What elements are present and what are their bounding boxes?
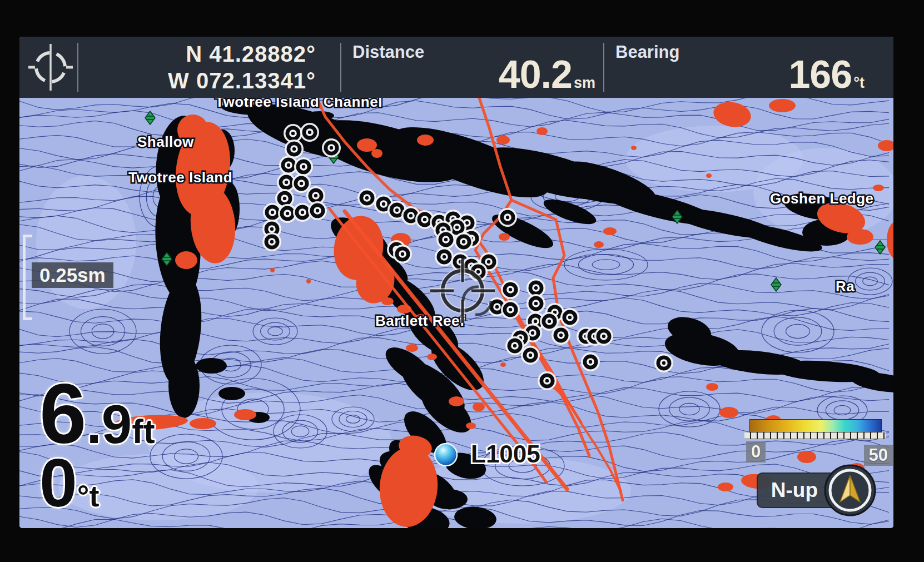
waypoint-dot bbox=[401, 252, 404, 256]
waypoint-dot bbox=[330, 146, 333, 150]
named-waypoint[interactable]: L1005 bbox=[435, 440, 540, 467]
waypoint-dot bbox=[292, 147, 296, 151]
waypoint-dot bbox=[559, 334, 563, 337]
waypoint-marker[interactable] bbox=[292, 174, 311, 193]
colorbar-ruler bbox=[744, 432, 886, 439]
waypoint-dot bbox=[285, 181, 288, 184]
waypoint-marker[interactable] bbox=[594, 327, 613, 346]
waypoint-dot bbox=[444, 238, 448, 241]
heading-readout: 0°t bbox=[39, 449, 155, 517]
waypoint-marker[interactable] bbox=[435, 247, 454, 266]
waypoint-dot bbox=[534, 302, 538, 305]
green-diamond-marker[interactable] bbox=[771, 278, 781, 291]
waypoint-marker[interactable] bbox=[357, 188, 376, 207]
compass-icon[interactable] bbox=[823, 464, 877, 517]
waypoint-dot bbox=[287, 163, 290, 167]
shoal-patch bbox=[371, 149, 382, 158]
waypoint-dot bbox=[423, 218, 426, 221]
colorbar-min-label: 0 bbox=[746, 441, 766, 462]
distance-cell: Distance 40.2sm bbox=[341, 37, 603, 98]
contour-ring bbox=[679, 403, 699, 415]
contour-ring bbox=[856, 272, 885, 290]
waypoint-dot bbox=[568, 316, 572, 319]
rock-area bbox=[218, 387, 245, 400]
heading-unit: °t bbox=[77, 479, 100, 513]
shoal-patch bbox=[417, 135, 434, 146]
shoal-patch bbox=[712, 99, 753, 130]
waypoint-marker[interactable] bbox=[322, 138, 341, 157]
distance-label: Distance bbox=[352, 42, 424, 62]
place-label: Shallow bbox=[137, 133, 194, 150]
waypoint-dot bbox=[662, 361, 665, 365]
chart-map[interactable]: Twotree Island ChannelShallowTwotree Isl… bbox=[19, 98, 893, 528]
waypoint-sphere-icon[interactable] bbox=[435, 444, 457, 466]
place-label: Bartlett Reef bbox=[375, 312, 465, 329]
waypoint-marker[interactable] bbox=[285, 140, 304, 158]
place-label: Twotree Island bbox=[128, 169, 232, 186]
waypoint-marker[interactable] bbox=[654, 354, 673, 372]
shallow-patch bbox=[36, 176, 136, 309]
waypoint-marker[interactable] bbox=[501, 280, 520, 299]
distance-value: 40.2 bbox=[499, 53, 572, 96]
waypoint-marker[interactable] bbox=[436, 230, 455, 249]
contour-ring bbox=[69, 309, 136, 354]
shoal-patch bbox=[847, 229, 873, 245]
shoal-patch bbox=[496, 136, 510, 145]
waypoint-dot bbox=[529, 354, 532, 357]
contour-ring bbox=[762, 310, 834, 352]
position-cell: N 41.28882° W 072.13341° bbox=[19, 37, 340, 98]
waypoint-dot bbox=[316, 209, 319, 212]
waypoint-dot bbox=[286, 212, 289, 215]
green-diamond-marker[interactable] bbox=[875, 241, 885, 254]
contour-ring bbox=[669, 397, 710, 421]
waypoint-marker[interactable] bbox=[294, 157, 313, 176]
waypoint-marker[interactable] bbox=[393, 245, 412, 263]
waypoint-dot bbox=[314, 194, 317, 197]
shoal-patch bbox=[500, 362, 506, 367]
diamond-shape bbox=[145, 111, 155, 125]
waypoint-marker[interactable] bbox=[498, 208, 517, 227]
waypoint-dot bbox=[395, 208, 399, 212]
shoal-patch bbox=[706, 173, 712, 178]
green-diamond-marker[interactable] bbox=[145, 111, 155, 125]
depth-colorbar: 0 50 bbox=[749, 419, 881, 439]
orientation-control[interactable]: N-up bbox=[757, 464, 877, 517]
shoal-patch bbox=[190, 418, 216, 429]
shoal-patch bbox=[499, 233, 510, 241]
shoal-patch bbox=[234, 409, 256, 420]
bearing-value: 166 bbox=[788, 53, 852, 96]
bearing-unit: °t bbox=[853, 74, 865, 91]
waypoint-marker[interactable] bbox=[300, 123, 319, 142]
waypoint-marker[interactable] bbox=[454, 232, 473, 251]
waypoint-dot bbox=[509, 288, 512, 291]
shoal-patch bbox=[175, 251, 197, 269]
depth-unit: ft bbox=[132, 412, 155, 450]
waypoint-marker[interactable] bbox=[501, 300, 520, 319]
shoal-patch bbox=[536, 127, 548, 135]
heading-value: 0 bbox=[39, 445, 77, 521]
shoal-patch bbox=[706, 383, 718, 391]
waypoint-marker[interactable] bbox=[521, 346, 540, 365]
contour-line bbox=[19, 98, 889, 112]
waypoint-marker[interactable] bbox=[526, 294, 545, 313]
waypoint-dot bbox=[291, 132, 295, 135]
status-bar: N 41.28882° W 072.13341° Distance 40.2sm… bbox=[19, 37, 893, 98]
waypoint-marker[interactable] bbox=[262, 232, 281, 251]
waypoint-dot bbox=[301, 211, 304, 214]
contour-ring bbox=[579, 255, 634, 275]
contour-ring bbox=[92, 324, 114, 339]
waypoint-dot bbox=[382, 202, 385, 206]
waypoint-dot bbox=[548, 320, 551, 323]
shoal-patch bbox=[473, 402, 485, 411]
waypoint-marker[interactable] bbox=[538, 371, 557, 390]
bearing-cell: Bearing 166°t bbox=[604, 37, 893, 98]
waypoint-marker[interactable] bbox=[552, 326, 570, 345]
contour-ring bbox=[592, 260, 620, 270]
waypoint-dot bbox=[300, 182, 303, 185]
waypoint-marker[interactable] bbox=[560, 308, 579, 327]
place-label: Ra bbox=[836, 278, 855, 295]
shoal-patch bbox=[769, 99, 796, 112]
waypoint-marker[interactable] bbox=[581, 352, 600, 371]
waypoint-marker[interactable] bbox=[308, 201, 327, 220]
waypoint-dot bbox=[308, 131, 311, 134]
